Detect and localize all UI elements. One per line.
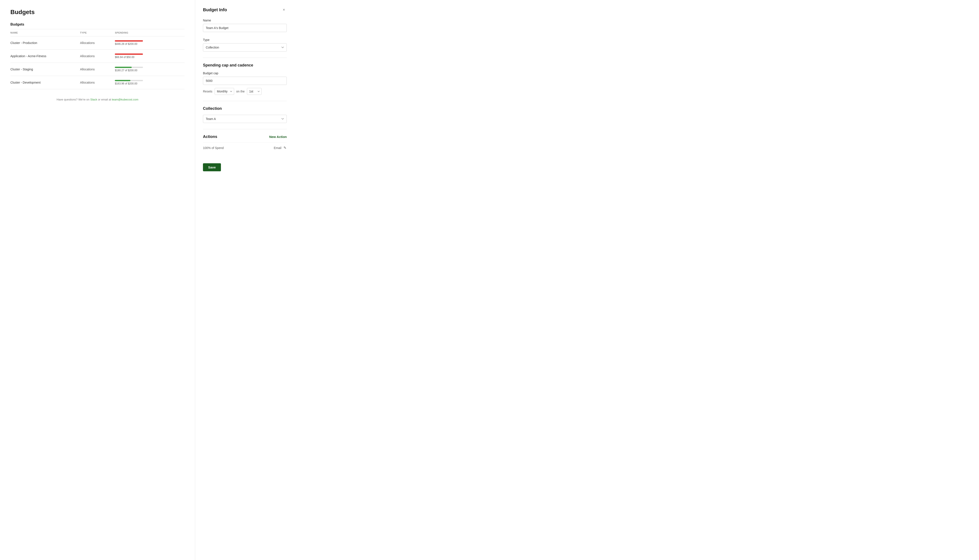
table-row: Cluster - Development Allocations $163.9… — [10, 76, 185, 89]
type-label: Type — [203, 38, 287, 42]
action-row: 100% of Spend Email ✎ — [203, 142, 287, 153]
name-input[interactable] — [203, 24, 287, 32]
actions-title: Actions — [203, 135, 217, 139]
spending-cell: $163.96 of $200.00 — [115, 80, 185, 85]
progress-bar-fill — [115, 67, 132, 68]
page-title: Budgets — [10, 9, 185, 16]
spending-cell: $66.94 of $50.00 — [115, 53, 185, 59]
actions-header: Actions New Action — [203, 135, 287, 139]
progress-bar-fill — [115, 40, 143, 42]
new-action-button[interactable]: New Action — [269, 135, 287, 138]
progress-bar-track — [115, 40, 143, 42]
footer-text: Have questions? We're on Slack or email … — [10, 98, 185, 101]
table-row: Cluster - Staging Allocations $180.27 of… — [10, 63, 185, 76]
action-spend-value: 100% of Spend — [203, 146, 224, 150]
collection-section: Collection Team A Team B Team C — [203, 106, 287, 123]
progress-bar-fill — [115, 80, 130, 81]
row-name: Cluster - Production — [10, 41, 80, 45]
budgets-table: NAME TYPE SPENDING Cluster - Production … — [10, 29, 185, 89]
row-type: Allocations — [80, 41, 115, 45]
spending-text: $163.96 of $200.00 — [115, 82, 185, 85]
spending-cap-title: Spending cap and cadence — [203, 63, 287, 68]
budgets-section-label: Budgets — [10, 23, 185, 27]
slack-link[interactable]: Slack — [90, 98, 97, 101]
collection-select[interactable]: Team A Team B Team C — [203, 115, 287, 123]
resets-row: Resets Monthly Weekly Daily on the 1st 2… — [203, 88, 287, 95]
progress-bar-track — [115, 67, 143, 68]
spending-text: $180.27 of $200.00 — [115, 69, 185, 72]
col-header-name: NAME — [10, 32, 80, 34]
action-type-row: Email ✎ — [274, 145, 287, 150]
progress-bar-track — [115, 80, 143, 81]
row-type: Allocations — [80, 68, 115, 71]
row-name: Application - Acme-Fitness — [10, 54, 80, 58]
spending-cell: $446.28 of $200.00 — [115, 40, 185, 45]
resets-select[interactable]: Monthly Weekly Daily — [215, 88, 234, 95]
col-header-spending: SPENDING — [115, 32, 185, 34]
row-type: Allocations — [80, 54, 115, 58]
edit-action-button[interactable]: ✎ — [283, 145, 287, 150]
side-panel: Budget Info × Name Type Collection Alloc… — [195, 0, 295, 560]
name-section: Name — [203, 18, 287, 32]
budget-cap-input[interactable] — [203, 77, 287, 85]
progress-bar-fill — [115, 53, 143, 55]
actions-section: Actions New Action 100% of Spend Email ✎ — [203, 135, 287, 153]
table-row: Cluster - Production Allocations $446.28… — [10, 37, 185, 50]
day-select[interactable]: 1st 2nd 3rd 7th 14th 21st 28th — [247, 88, 262, 95]
type-select[interactable]: Collection Allocations — [203, 43, 287, 52]
main-content: Budgets Budgets NAME TYPE SPENDING Clust… — [0, 0, 195, 560]
on-the-label: on the — [236, 90, 245, 93]
page-layout: Budgets Budgets NAME TYPE SPENDING Clust… — [0, 0, 979, 560]
resets-label: Resets — [203, 90, 212, 93]
spending-text: $446.28 of $200.00 — [115, 42, 185, 45]
panel-header: Budget Info × — [203, 7, 287, 13]
spending-cell: $180.27 of $200.00 — [115, 67, 185, 72]
table-header: NAME TYPE SPENDING — [10, 29, 185, 37]
row-type: Allocations — [80, 81, 115, 84]
close-button[interactable]: × — [281, 7, 287, 13]
spending-text: $66.94 of $50.00 — [115, 56, 185, 59]
col-header-type: TYPE — [80, 32, 115, 34]
name-label: Name — [203, 18, 287, 22]
spending-cap-section: Spending cap and cadence Budget cap Rese… — [203, 63, 287, 95]
row-name: Cluster - Staging — [10, 68, 80, 71]
collection-title: Collection — [203, 106, 287, 111]
table-row: Application - Acme-Fitness Allocations $… — [10, 50, 185, 63]
type-section: Type Collection Allocations — [203, 38, 287, 52]
progress-bar-track — [115, 53, 143, 55]
email-link[interactable]: team@kubecost.com — [112, 98, 138, 101]
section-divider-2 — [203, 101, 287, 101]
budget-cap-label: Budget cap — [203, 72, 287, 75]
row-name: Cluster - Development — [10, 81, 80, 84]
save-button[interactable]: Save — [203, 163, 221, 171]
action-type-text: Email — [274, 146, 281, 150]
panel-title: Budget Info — [203, 7, 227, 12]
